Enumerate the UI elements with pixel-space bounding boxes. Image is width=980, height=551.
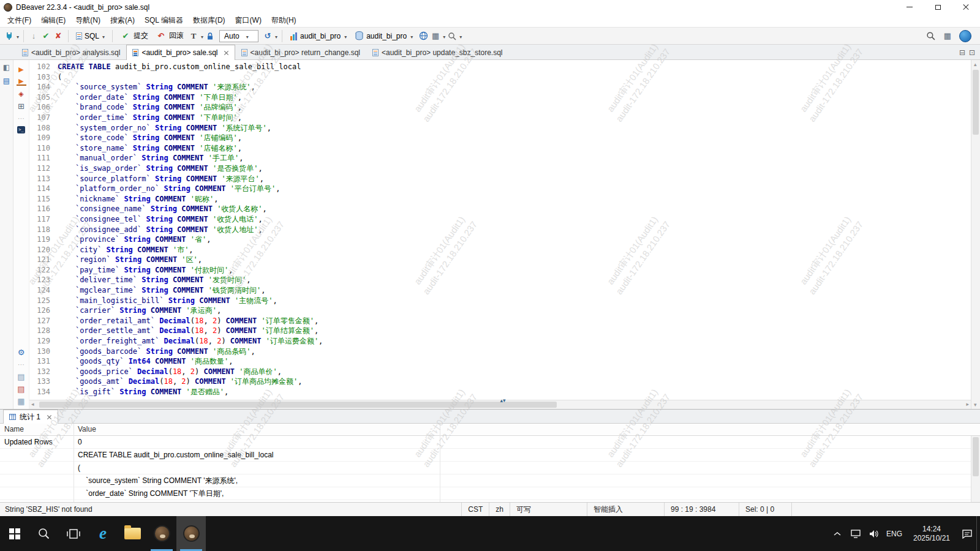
menu-item[interactable]: 数据库(D) bbox=[188, 14, 230, 27]
settings-gear-icon[interactable] bbox=[17, 348, 26, 356]
connect-icon[interactable] bbox=[28, 30, 39, 42]
menu-item[interactable]: 搜索(A) bbox=[105, 14, 140, 27]
commit-button[interactable]: 提交 bbox=[117, 29, 151, 43]
file-explorer-button[interactable] bbox=[118, 516, 147, 551]
save-script-icon[interactable] bbox=[17, 384, 26, 393]
menu-item[interactable]: SQL 编辑器 bbox=[140, 14, 188, 27]
commit-label: 提交 bbox=[134, 31, 148, 41]
results-row[interactable]: CREATE TABLE audit_bi_pro.custom_online_… bbox=[0, 449, 980, 462]
code-line: 110 `store_name` String COMMENT '店铺名称', bbox=[29, 143, 971, 154]
layout-dropdown[interactable] bbox=[442, 32, 445, 40]
query-history-icon[interactable] bbox=[262, 30, 273, 42]
scroll-up-icon[interactable]: ▴ bbox=[974, 61, 977, 67]
taskbar-search-button[interactable] bbox=[29, 516, 59, 551]
close-button[interactable] bbox=[952, 0, 980, 14]
scroll-down-icon[interactable]: ▾ bbox=[974, 402, 977, 408]
system-tray: ENG 14:24 2025/10/21 bbox=[828, 516, 980, 551]
editor-layout-icon[interactable] bbox=[430, 30, 441, 42]
load-script-icon[interactable] bbox=[17, 372, 26, 381]
grid-icon bbox=[9, 414, 16, 420]
schema-selector[interactable]: audit_bi_pro bbox=[352, 29, 417, 43]
dbeaver-app-icon bbox=[4, 3, 12, 12]
line-number: 117 bbox=[29, 214, 58, 225]
results-scrollbar[interactable] bbox=[971, 436, 980, 502]
execute-statement-icon[interactable] bbox=[17, 65, 26, 73]
execute-new-tab-icon[interactable] bbox=[17, 89, 26, 98]
code-area[interactable]: 102CREATE TABLE audit_bi_pro.custom_onli… bbox=[29, 60, 971, 400]
scroll-right-icon[interactable]: ▸ bbox=[966, 401, 969, 407]
column-header-name[interactable]: Name bbox=[0, 424, 74, 435]
vertical-scrollbar[interactable]: ▴ ▾ bbox=[971, 60, 980, 409]
line-number: 110 bbox=[29, 143, 58, 154]
new-sql-editor-button[interactable]: SQL bbox=[73, 29, 108, 43]
execute-script-icon[interactable] bbox=[17, 77, 26, 86]
explain-plan-icon[interactable] bbox=[17, 102, 26, 110]
language-indicator[interactable]: ENG bbox=[883, 530, 905, 538]
results-scroll-thumb[interactable] bbox=[973, 437, 979, 476]
restore-navigator-icon[interactable] bbox=[2, 63, 12, 72]
connection-selector[interactable]: audit_bi_pro bbox=[287, 29, 350, 43]
start-button[interactable] bbox=[0, 516, 29, 551]
tray-expand-icon[interactable] bbox=[828, 516, 846, 551]
dbeaver-taskbar-button-2[interactable] bbox=[176, 516, 206, 551]
horizontal-scrollbar[interactable]: ◂ ▸ ▴▾ bbox=[29, 400, 971, 409]
action-center-icon[interactable] bbox=[958, 516, 976, 551]
volume-icon[interactable] bbox=[865, 516, 883, 551]
validate-connection-icon[interactable] bbox=[40, 30, 51, 42]
menu-item[interactable]: 导航(N) bbox=[70, 14, 105, 27]
results-row[interactable]: Updated Rows0 bbox=[0, 436, 980, 449]
dbeaver-badge-icon[interactable] bbox=[959, 30, 971, 42]
editor-tab[interactable]: <audit_bi_pro> analysis.sql bbox=[16, 45, 126, 59]
results-row[interactable]: `source_system` String COMMENT '来源系统', bbox=[0, 474, 980, 487]
statistics-tab[interactable]: 统计 1 bbox=[3, 410, 58, 424]
editor-tab[interactable]: <audit_bi_pro> update_sbz_store.sql bbox=[366, 45, 508, 59]
menu-item[interactable]: 文件(F) bbox=[2, 14, 36, 27]
minimize-button[interactable] bbox=[895, 0, 924, 14]
menu-item[interactable]: 窗口(W) bbox=[230, 14, 266, 27]
script-templates-icon[interactable] bbox=[17, 397, 26, 405]
results-row[interactable]: `order_date` String COMMENT '下单日期', bbox=[0, 487, 980, 500]
sql-editor: 102CREATE TABLE audit_bi_pro.custom_onli… bbox=[0, 60, 980, 409]
results-row[interactable]: ( bbox=[0, 462, 980, 474]
sash-collapse-icons[interactable]: ▴▾ bbox=[500, 398, 506, 403]
editor-tab[interactable]: <audit_bi_pro> return_change.sql bbox=[235, 45, 366, 59]
sql-console-icon[interactable] bbox=[17, 126, 25, 133]
dbeaver-taskbar-button-1[interactable] bbox=[147, 516, 176, 551]
database-navigator-icon[interactable] bbox=[2, 77, 12, 85]
internet-explorer-button[interactable]: e bbox=[88, 516, 118, 551]
line-number: 119 bbox=[29, 234, 58, 245]
show-desktop-button[interactable] bbox=[976, 516, 980, 551]
close-tab-icon[interactable] bbox=[224, 50, 229, 56]
tray-display-icon[interactable] bbox=[846, 516, 865, 551]
horizontal-scroll-thumb[interactable] bbox=[39, 402, 557, 408]
close-statistics-tab-icon[interactable] bbox=[47, 414, 52, 420]
invalidate-connection-icon[interactable] bbox=[53, 30, 64, 42]
transaction-dropdown[interactable] bbox=[200, 32, 203, 40]
new-connection-dropdown[interactable] bbox=[16, 32, 19, 40]
maximize-view-icon[interactable] bbox=[969, 48, 975, 57]
transaction-log-icon[interactable] bbox=[188, 30, 199, 42]
column-header-value[interactable]: Value bbox=[74, 424, 440, 435]
perspective-icon[interactable] bbox=[942, 30, 953, 42]
menu-item[interactable]: 帮助(H) bbox=[266, 14, 301, 27]
task-view-button[interactable] bbox=[59, 516, 88, 551]
search-everywhere-icon[interactable] bbox=[925, 30, 936, 42]
scroll-left-icon[interactable]: ◂ bbox=[31, 401, 34, 407]
menu-item[interactable]: 编辑(E) bbox=[36, 14, 70, 27]
commit-mode-combo[interactable]: Auto bbox=[219, 30, 258, 42]
rollback-button[interactable]: 回滚 bbox=[153, 29, 187, 43]
vertical-scroll-thumb[interactable] bbox=[973, 70, 979, 135]
search-dropdown[interactable] bbox=[459, 32, 462, 40]
left-rail bbox=[0, 60, 13, 409]
minimize-view-icon[interactable] bbox=[959, 48, 965, 57]
new-connection-icon[interactable] bbox=[4, 30, 15, 42]
code-line: 131 `goods_qty` Int64 COMMENT '商品数量', bbox=[29, 356, 971, 367]
taskbar-clock[interactable]: 14:24 2025/10/21 bbox=[905, 525, 958, 543]
maximize-button[interactable] bbox=[924, 0, 952, 14]
editor-tab[interactable]: <audit_bi_pro> sale.sql bbox=[126, 45, 235, 60]
globe-icon[interactable] bbox=[418, 30, 429, 42]
history-dropdown[interactable] bbox=[274, 32, 277, 40]
toolbar-search-icon[interactable] bbox=[447, 30, 458, 42]
line-number: 121 bbox=[29, 255, 58, 265]
line-number: 107 bbox=[29, 113, 58, 123]
